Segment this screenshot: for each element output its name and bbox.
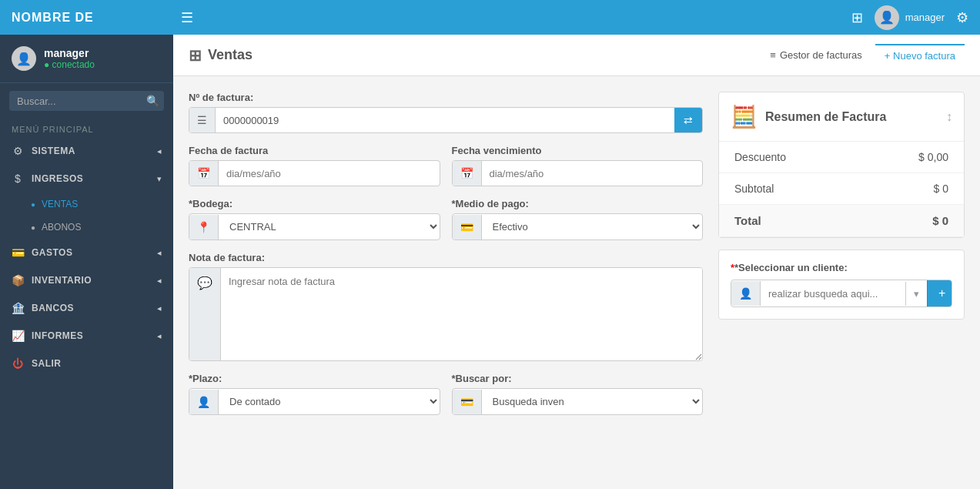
sidebar-item-ventas[interactable]: ● VENTAS [0, 193, 173, 216]
bancos-icon: 🏦 [12, 302, 24, 314]
ingresos-label: INGRESOS [32, 173, 149, 184]
inventario-label: INVENTARIO [32, 275, 149, 286]
sidebar-item-gastos[interactable]: 💳 GASTOS ◂ [0, 239, 173, 266]
client-add-button[interactable]: + [927, 280, 952, 306]
sidebar-item-informes[interactable]: 📈 INFORMES ◂ [0, 322, 173, 350]
numero-factura-input[interactable] [216, 109, 674, 132]
fecha-vencimiento-input-group: 📅 [452, 160, 704, 186]
numero-factura-input-group: ☰ ⇄ [189, 107, 703, 133]
search-icon: 🔍 [146, 95, 159, 107]
search-input[interactable] [17, 95, 146, 107]
bodega-pago-row: *Bodega: 📍 CENTRAL BODEGA 2 BODEGA 3 *Me… [189, 198, 703, 240]
bodega-group: *Bodega: 📍 CENTRAL BODEGA 2 BODEGA 3 [189, 198, 440, 240]
username-label: manager [905, 12, 945, 23]
plazo-select[interactable]: De contado 8 días 15 días 30 días [219, 389, 440, 414]
salir-icon: ⏻ [12, 357, 24, 370]
salir-label: SALIR [32, 358, 162, 369]
gastos-icon: 💳 [12, 246, 24, 259]
sidebar-user: 👤 manager conectado [0, 35, 173, 83]
descuento-label: Descuento [734, 151, 786, 163]
sidebar-item-ingresos[interactable]: $ INGRESOS ▾ [0, 165, 173, 193]
nota-textarea[interactable] [221, 268, 702, 360]
sidebar: 👤 manager conectado 🔍 MENÚ PRINCIPAL ⚙ S… [0, 35, 173, 489]
sidebar-item-inventario[interactable]: 📦 INVENTARIO ◂ [0, 266, 173, 294]
gastos-label: GASTOS [32, 247, 149, 258]
subtotal-value: $ 0 [934, 183, 948, 195]
bodega-select[interactable]: CENTRAL BODEGA 2 BODEGA 3 [219, 214, 440, 239]
sidebar-item-sistema[interactable]: ⚙ SISTEMA ◂ [0, 137, 173, 165]
numero-factura-group: Nº de factura: ☰ ⇄ [189, 92, 703, 133]
subtotal-row: Subtotal $ 0 [719, 173, 964, 205]
buscar-por-select[interactable]: Busqueda inven Por código Por nombre [482, 389, 703, 414]
client-search-input[interactable] [761, 282, 905, 306]
gestor-facturas-button[interactable]: ≡ Gestor de facturas [761, 45, 871, 65]
search-box[interactable]: 🔍 [9, 91, 164, 111]
fecha-factura-input-group: 📅 [189, 160, 440, 186]
nota-group: Nota de factura: 💬 [189, 252, 703, 361]
hamburger-icon[interactable]: ☰ [181, 9, 851, 26]
sidebar-item-salir[interactable]: ⏻ SALIR [0, 350, 173, 377]
inventario-arrow: ◂ [157, 276, 162, 286]
total-row: Total $ 0 [719, 205, 964, 237]
fecha-factura-input[interactable] [219, 162, 440, 186]
sidebar-item-bancos[interactable]: 🏦 BANCOS ◂ [0, 294, 173, 322]
sidebar-item-abonos[interactable]: ● ABONOS [0, 216, 173, 239]
plazo-buscar-row: *Plazo: 👤 De contado 8 días 15 días 30 d… [189, 373, 703, 415]
sidebar-avatar: 👤 [12, 46, 36, 71]
abonos-label: ABONOS [42, 222, 81, 233]
avatar: 👤 [875, 5, 899, 30]
plazo-label: *Plazo: [189, 373, 440, 384]
table-icon[interactable]: ⊞ [851, 9, 863, 26]
summary-header: 🧮 Resumen de Factura ↕ [719, 92, 964, 142]
ventas-dot: ● [31, 200, 35, 209]
summary-card: 🧮 Resumen de Factura ↕ Descuento $ 0,00 … [718, 92, 965, 238]
medio-pago-group: *Medio de pago: 💳 Efectivo Tarjeta Trans… [452, 198, 704, 240]
ventas-grid-icon: ⊞ [189, 46, 202, 65]
informes-arrow: ◂ [157, 331, 162, 341]
ingresos-arrow: ▾ [157, 174, 162, 184]
subtotal-label: Subtotal [734, 183, 774, 195]
bodega-input-group: 📍 CENTRAL BODEGA 2 BODEGA 3 [189, 213, 440, 240]
client-input-group: 👤 ▾ + [731, 280, 952, 307]
nota-wrapper: 💬 [189, 267, 703, 361]
client-label: **Seleccionar un cliente: [731, 262, 952, 273]
fecha-row: Fecha de factura 📅 Fecha vencimiento 📅 [189, 145, 703, 186]
sidebar-username: manager [44, 47, 95, 59]
factura-action-button[interactable]: ⇄ [674, 108, 702, 132]
informes-label: INFORMES [32, 330, 149, 341]
page-header: ⊞ Ventas ≡ Gestor de facturas + Nuevo fa… [173, 35, 980, 76]
descuento-row: Descuento $ 0,00 [719, 142, 964, 173]
fecha-factura-group: Fecha de factura 📅 [189, 145, 440, 186]
form-right: 🧮 Resumen de Factura ↕ Descuento $ 0,00 … [718, 92, 965, 474]
settings-icon[interactable]: ⚙ [956, 9, 968, 26]
bancos-label: BANCOS [32, 303, 149, 313]
buscar-por-group: *Buscar por: 💳 Busqueda inven Por código… [452, 373, 704, 415]
inventario-icon: 📦 [12, 274, 24, 286]
nuevo-factura-button[interactable]: + Nuevo factura [875, 44, 965, 66]
numero-factura-label: Nº de factura: [189, 92, 703, 103]
form-area: Nº de factura: ☰ ⇄ Fecha de factura 📅 [173, 76, 980, 489]
sidebar-status: conectado [44, 59, 95, 70]
ingresos-icon: $ [12, 172, 24, 185]
fecha-vencimiento-input[interactable] [482, 162, 703, 186]
bodega-label: *Bodega: [189, 198, 440, 209]
abonos-dot: ● [31, 223, 35, 232]
calculator-icon: 🧮 [731, 104, 758, 129]
client-dropdown-arrow[interactable]: ▾ [905, 282, 927, 306]
plazo-input-group: 👤 De contado 8 días 15 días 30 días [189, 388, 440, 415]
fecha-factura-label: Fecha de factura [189, 145, 440, 156]
medio-pago-select[interactable]: Efectivo Tarjeta Transferencia [482, 214, 703, 239]
gestor-label: Gestor de facturas [780, 49, 862, 61]
buscar-por-label: *Buscar por: [452, 373, 704, 384]
factura-list-icon: ☰ [189, 108, 216, 132]
bancos-arrow: ◂ [157, 303, 162, 313]
buscar-por-input-group: 💳 Busqueda inven Por código Por nombre [452, 388, 704, 415]
pago-icon: 💳 [453, 215, 482, 239]
total-label: Total [734, 214, 761, 227]
calendar-icon-1: 📅 [189, 161, 219, 186]
sistema-arrow: ◂ [157, 146, 162, 156]
page-title: Ventas [208, 47, 253, 63]
plazo-group: *Plazo: 👤 De contado 8 días 15 días 30 d… [189, 373, 440, 415]
gastos-arrow: ◂ [157, 248, 162, 258]
client-section: **Seleccionar un cliente: 👤 ▾ + [718, 250, 965, 320]
